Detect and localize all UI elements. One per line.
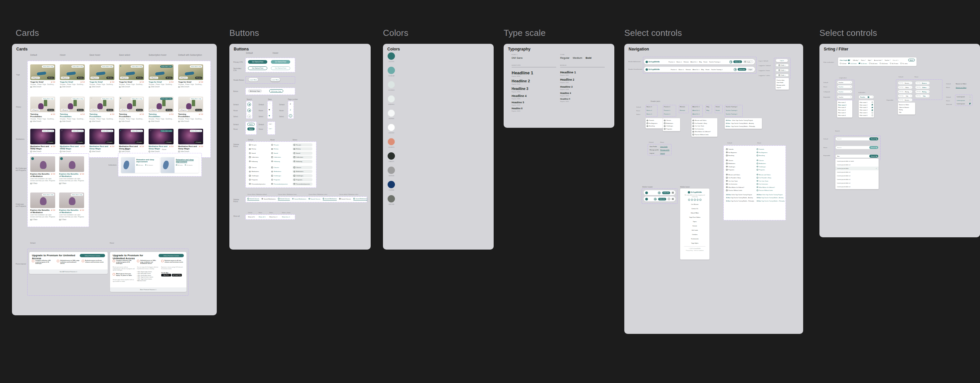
dropdown-menu-item[interactable]: Meditations <box>664 122 679 125</box>
hamburger-menu-icon[interactable] <box>672 198 674 200</box>
mobile-menu-course[interactable]: 20-Hour Yoga Teacher Training Module – P… <box>757 201 784 202</box>
sidebar-item[interactable]: Collections <box>248 156 268 159</box>
save-heart-default[interactable]: ♡ <box>269 103 270 105</box>
dropdown-menu-item[interactable]: For Beginners <box>647 122 662 125</box>
color-swatch[interactable] <box>388 152 395 160</box>
search-input[interactable]: SearchSearch <box>835 146 878 149</box>
tag-chip-hover[interactable]: Ashtanga Yoga <box>269 89 283 93</box>
sidebar-item[interactable]: Following <box>270 160 290 163</box>
nav-item[interactable]: Basics ∨ <box>676 61 682 63</box>
video-card[interactable]: Subscribers only♡▸ Beginner30 minsYoga f… <box>149 64 173 88</box>
logo[interactable]: DoYogaWithMe <box>646 61 660 63</box>
nav-item[interactable]: Retreats <box>684 61 689 63</box>
sort-text-link[interactable]: Newest to Oldest <box>956 83 966 85</box>
profile-link-hover[interactable]: Log out <box>660 152 665 154</box>
save-heart-icon[interactable]: ♡ <box>61 130 62 131</box>
dropdown-menu-item[interactable]: 200-HourOnline Yoga Teacher Training Pro… <box>726 119 761 122</box>
header-part-state[interactable]: Basics ∨ <box>647 106 652 108</box>
subscribe-button[interactable]: Subscribe <box>662 192 670 194</box>
mobile-menu-item[interactable]: Meditations <box>757 162 784 165</box>
search-button[interactable] <box>734 68 737 71</box>
mobile-menu-item[interactable]: Tutorials <box>726 148 754 150</box>
filter-select[interactable]: Access level∨ <box>874 59 883 61</box>
mobile-menu-item[interactable]: Meditations <box>726 162 754 165</box>
profile-link[interactable]: View Profile <box>649 146 657 147</box>
mobile-menu-course[interactable]: 30-Hour Yoga Teacher Training Module – A… <box>757 197 784 198</box>
select-option[interactable]: Filter name 4 <box>860 109 873 111</box>
google-play-badge[interactable]: ▶ Google Play <box>172 274 182 277</box>
mobile-menu-item[interactable]: Mission and Values <box>726 174 754 176</box>
video-card[interactable]: Subscribers only♥♪ 3 tracksMeditative Re… <box>119 129 144 152</box>
profile-menu-item[interactable]: View Profile <box>776 81 788 84</box>
sidebar-item[interactable]: Personalized practice <box>248 182 268 185</box>
header-part-state[interactable]: Teacher Training ∨ <box>726 109 737 111</box>
header-part-state[interactable]: Teacher Training ∨ <box>726 106 737 108</box>
length-filter-checkbox[interactable]: 10-20 mins <box>848 63 857 64</box>
sort-select[interactable]: Sort by:Newest∨ <box>915 81 930 85</box>
sort-text-link-hover[interactable]: Newest to Oldest <box>956 87 966 88</box>
sidebar-item[interactable]: For you <box>248 143 268 146</box>
mobile-menu-item[interactable]: Breathing <box>757 154 784 157</box>
video-card[interactable]: Subscribers only♡♪ 3 tracksMeditative Re… <box>89 129 115 152</box>
single-select[interactable]: Teacher∧ <box>837 95 852 98</box>
search-suggestion[interactable]: Lorem ipsum dolor sit <box>835 163 878 166</box>
sidebar-item[interactable]: Following <box>293 160 312 163</box>
checkbox-row[interactable]: Lorem ipsum <box>957 96 971 98</box>
log-in-button[interactable]: Log In <box>776 59 788 62</box>
mobile-menu-item[interactable]: Our Instructors <box>757 183 784 185</box>
frame-name-colors[interactable]: Colors <box>383 28 408 38</box>
video-card[interactable]: Subscribers only♡▸ Beginner30 minsYoga f… <box>60 64 85 88</box>
nav-item[interactable]: About Us ∨ <box>692 69 700 70</box>
dropdown-menu-item[interactable]: Breathing <box>647 125 662 128</box>
filter-select[interactable]: Teacher∨ <box>885 59 891 61</box>
saved-tab[interactable]: Saved Meditations <box>323 198 337 201</box>
dropdown-menu-item[interactable]: Practice Without Limits <box>692 133 716 136</box>
saved-tab[interactable]: Saved Meditations <box>292 198 307 201</box>
tag-chip[interactable]: Ashtanga Yoga <box>248 89 262 93</box>
nav-item[interactable]: About Us ∨ <box>690 61 697 63</box>
save-heart-icon[interactable]: ♡ <box>91 130 92 131</box>
nav-item[interactable]: Basics ∨ <box>679 69 684 70</box>
challenge-card[interactable]: Subscribers onlyExplore the Benefits of … <box>59 193 84 220</box>
linkedin-icon[interactable] <box>697 199 699 201</box>
sidebar-item[interactable]: Saved <box>293 152 312 155</box>
footer-link[interactable]: Outtakes <box>692 234 698 235</box>
sidebar-item[interactable]: Following <box>248 160 268 163</box>
secondary-cta-button-hover[interactable]: Get Started Now <box>271 66 290 70</box>
dropdown-menu-item[interactable]: Classes <box>664 119 679 122</box>
profile-link[interactable]: Log out <box>649 152 654 154</box>
search-icon-button[interactable] <box>247 103 251 106</box>
sidebar-item[interactable]: Challenges <box>270 174 290 177</box>
sidebar-item[interactable]: Meditations <box>270 170 290 173</box>
footer-link[interactable]: Gift Cards <box>692 229 698 231</box>
page-number-select[interactable]: 1 <box>289 114 292 117</box>
sort-option[interactable]: Rating <box>899 109 914 111</box>
challenge-card[interactable]: Explore the Benefits of Meditation★ 5.0L… <box>59 156 84 184</box>
save-heart-icon[interactable]: ♡ <box>150 97 151 99</box>
saved-tab[interactable]: Saved Classes <box>309 198 320 201</box>
page-number-hover[interactable]: 2 <box>290 109 291 111</box>
search-input[interactable]: SearchSearch <box>835 137 878 141</box>
sidebar-item[interactable]: For you <box>293 143 312 146</box>
length-filter-checkbox[interactable]: 20-30 mins <box>859 63 867 64</box>
secondary-cta-button[interactable]: Get Started Now <box>248 66 267 70</box>
footer-link[interactable]: Yoga Pose Videos <box>689 217 700 218</box>
mobile-menu-course[interactable]: 200-Hour Online Yoga Teacher Training Pr… <box>757 194 784 195</box>
select-option[interactable]: Filter name 5 <box>860 111 873 114</box>
length-filter-checkbox[interactable]: 60-75 mins <box>890 63 898 64</box>
filter-select[interactable]: Class length2∧ <box>840 59 851 61</box>
mobile-menu-item[interactable]: Our Founder's Story <box>726 177 754 179</box>
show-less-link[interactable]: Show less ∧ <box>269 216 277 218</box>
length-filter-checkbox[interactable]: 45-60 mins <box>880 63 888 64</box>
mobile-menu-course[interactable]: 200-Hour Online Yoga Teacher Training Pr… <box>726 194 754 195</box>
sidebar-item[interactable]: Collections <box>270 156 290 159</box>
save-heart-hover[interactable]: ♥ <box>269 109 270 111</box>
search-suggestion[interactable]: Lorem ipsum dolor sit <box>835 177 878 181</box>
sidebar-item[interactable]: Personalized practice <box>270 182 290 185</box>
select-option[interactable]: Filter name 3 <box>860 106 873 109</box>
search-suggestion[interactable]: Lorem ipsum dolor sit <box>835 185 878 188</box>
color-swatch[interactable] <box>388 67 395 74</box>
mobile-menu-item[interactable]: Practice Without Limits <box>726 189 754 192</box>
filter-select[interactable]: Difficulty∨ <box>853 59 859 61</box>
sidebar-item[interactable]: History <box>248 147 268 150</box>
